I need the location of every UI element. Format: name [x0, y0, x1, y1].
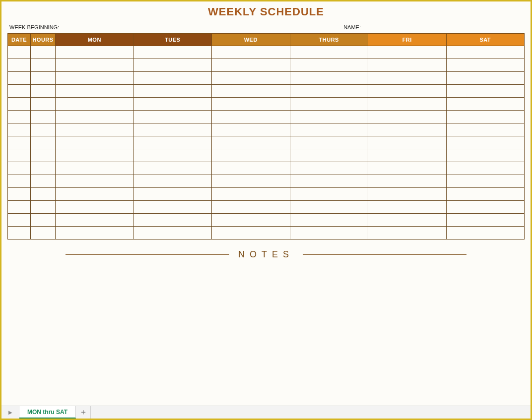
cell-sat[interactable]: [446, 162, 525, 175]
sheet-tab-active[interactable]: MON thru SAT: [19, 406, 76, 419]
cell-thurs[interactable]: [290, 162, 368, 175]
cell-wed[interactable]: [212, 162, 290, 175]
cell-hours[interactable]: [31, 59, 56, 72]
cell-tues[interactable]: [133, 162, 212, 175]
cell-date[interactable]: [8, 201, 31, 214]
cell-mon[interactable]: [56, 46, 134, 59]
cell-sat[interactable]: [446, 201, 525, 214]
cell-mon[interactable]: [56, 201, 134, 214]
cell-tues[interactable]: [133, 175, 212, 188]
cell-hours[interactable]: [31, 136, 56, 149]
cell-date[interactable]: [8, 227, 31, 240]
table-row[interactable]: [8, 175, 525, 188]
cell-mon[interactable]: [56, 149, 134, 162]
table-row[interactable]: [8, 136, 525, 149]
cell-date[interactable]: [8, 214, 31, 227]
cell-sat[interactable]: [446, 175, 525, 188]
cell-wed[interactable]: [212, 85, 290, 98]
table-row[interactable]: [8, 214, 525, 227]
cell-hours[interactable]: [31, 175, 56, 188]
cell-tues[interactable]: [133, 72, 212, 85]
cell-thurs[interactable]: [290, 175, 368, 188]
cell-sat[interactable]: [446, 214, 525, 227]
cell-tues[interactable]: [133, 214, 212, 227]
cell-thurs[interactable]: [290, 72, 368, 85]
cell-fri[interactable]: [368, 214, 447, 227]
cell-date[interactable]: [8, 59, 31, 72]
cell-fri[interactable]: [368, 111, 447, 123]
cell-tues[interactable]: [133, 46, 212, 59]
cell-date[interactable]: [8, 136, 31, 149]
cell-fri[interactable]: [368, 59, 447, 72]
cell-thurs[interactable]: [290, 214, 368, 227]
schedule-body[interactable]: [8, 46, 525, 240]
cell-sat[interactable]: [446, 188, 525, 201]
cell-wed[interactable]: [212, 214, 290, 227]
table-row[interactable]: [8, 72, 525, 85]
cell-date[interactable]: [8, 149, 31, 162]
cell-wed[interactable]: [212, 111, 290, 123]
cell-wed[interactable]: [212, 59, 290, 72]
table-row[interactable]: [8, 59, 525, 72]
table-row[interactable]: [8, 201, 525, 214]
cell-fri[interactable]: [368, 98, 447, 111]
cell-hours[interactable]: [31, 72, 56, 85]
cell-mon[interactable]: [56, 214, 134, 227]
cell-date[interactable]: [8, 46, 31, 59]
table-row[interactable]: [8, 98, 525, 111]
cell-hours[interactable]: [31, 214, 56, 227]
cell-fri[interactable]: [368, 123, 447, 136]
cell-thurs[interactable]: [290, 149, 368, 162]
cell-tues[interactable]: [133, 123, 212, 136]
cell-fri[interactable]: [368, 188, 447, 201]
cell-mon[interactable]: [56, 227, 134, 240]
cell-hours[interactable]: [31, 227, 56, 240]
table-row[interactable]: [8, 188, 525, 201]
add-sheet-button[interactable]: ＋: [76, 406, 91, 419]
cell-thurs[interactable]: [290, 85, 368, 98]
cell-tues[interactable]: [133, 188, 212, 201]
cell-mon[interactable]: [56, 98, 134, 111]
cell-thurs[interactable]: [290, 98, 368, 111]
cell-date[interactable]: [8, 188, 31, 201]
cell-sat[interactable]: [446, 111, 525, 123]
cell-hours[interactable]: [31, 85, 56, 98]
name-field[interactable]: NAME:: [343, 23, 523, 30]
cell-date[interactable]: [8, 72, 31, 85]
cell-hours[interactable]: [31, 123, 56, 136]
cell-sat[interactable]: [446, 59, 525, 72]
cell-mon[interactable]: [56, 136, 134, 149]
cell-wed[interactable]: [212, 136, 290, 149]
cell-wed[interactable]: [212, 175, 290, 188]
cell-tues[interactable]: [133, 201, 212, 214]
cell-hours[interactable]: [31, 98, 56, 111]
cell-tues[interactable]: [133, 98, 212, 111]
cell-wed[interactable]: [212, 149, 290, 162]
cell-sat[interactable]: [446, 136, 525, 149]
cell-hours[interactable]: [31, 188, 56, 201]
cell-mon[interactable]: [56, 85, 134, 98]
cell-fri[interactable]: [368, 46, 447, 59]
cell-date[interactable]: [8, 98, 31, 111]
cell-tues[interactable]: [133, 136, 212, 149]
cell-wed[interactable]: [212, 201, 290, 214]
cell-tues[interactable]: [133, 59, 212, 72]
cell-hours[interactable]: [31, 46, 56, 59]
cell-fri[interactable]: [368, 227, 447, 240]
cell-fri[interactable]: [368, 175, 447, 188]
cell-wed[interactable]: [212, 188, 290, 201]
cell-mon[interactable]: [56, 162, 134, 175]
table-row[interactable]: [8, 85, 525, 98]
cell-sat[interactable]: [446, 123, 525, 136]
cell-mon[interactable]: [56, 111, 134, 123]
cell-thurs[interactable]: [290, 111, 368, 123]
cell-date[interactable]: [8, 162, 31, 175]
cell-tues[interactable]: [133, 85, 212, 98]
week-beginning-input-line[interactable]: [62, 23, 340, 30]
cell-hours[interactable]: [31, 201, 56, 214]
cell-fri[interactable]: [368, 162, 447, 175]
cell-sat[interactable]: [446, 98, 525, 111]
cell-tues[interactable]: [133, 149, 212, 162]
table-row[interactable]: [8, 123, 525, 136]
cell-thurs[interactable]: [290, 201, 368, 214]
